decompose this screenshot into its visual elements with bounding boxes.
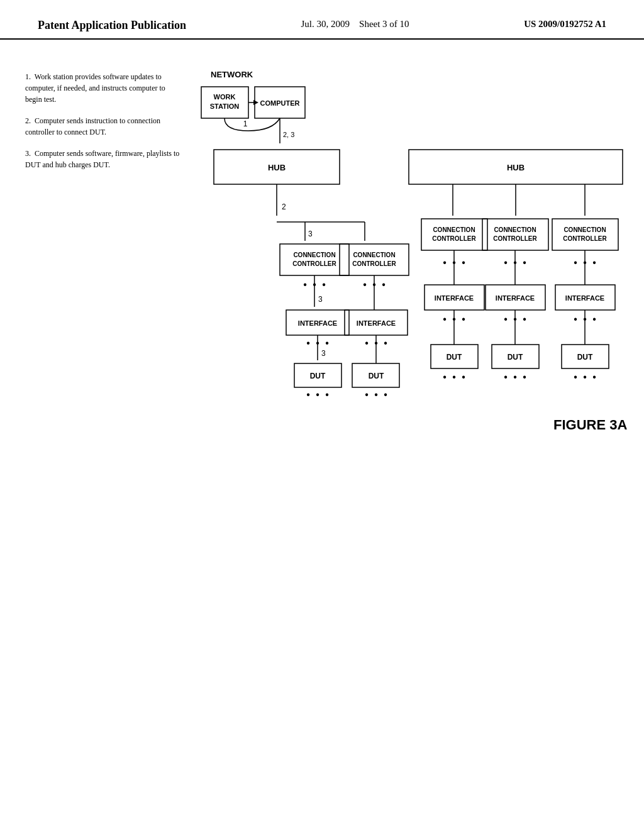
svg-text:•: • (316, 389, 319, 400)
svg-text:•: • (325, 338, 329, 348)
note-3: 3. Computer sends software, firmware, pl… (25, 148, 182, 170)
svg-text:INTERFACE: INTERFACE (565, 294, 604, 302)
svg-text:•: • (443, 314, 447, 324)
svg-text:DUT: DUT (508, 353, 523, 362)
note-2: 2. Computer sends instruction to connect… (25, 115, 182, 138)
svg-text:CONTROLLER: CONTROLLER (292, 260, 336, 267)
svg-text:3: 3 (321, 349, 326, 358)
svg-text:CONNECTION: CONNECTION (494, 226, 536, 233)
svg-text:•: • (365, 338, 369, 348)
svg-text:INTERFACE: INTERFACE (435, 294, 474, 302)
svg-rect-61 (421, 219, 487, 250)
svg-text:INTERFACE: INTERFACE (357, 319, 396, 327)
svg-text:CONNECTION: CONNECTION (353, 252, 395, 258)
svg-text:CONTROLLER: CONTROLLER (352, 260, 396, 267)
svg-text:HUB: HUB (507, 163, 525, 172)
svg-rect-38 (340, 244, 409, 275)
svg-text:CONNECTION: CONNECTION (433, 226, 475, 233)
svg-text:3: 3 (318, 295, 323, 304)
notes-panel: 1. Work station provides software update… (19, 58, 182, 784)
svg-text:CONNECTION: CONNECTION (293, 252, 335, 258)
svg-text:•: • (306, 338, 310, 348)
svg-text:•: • (462, 372, 465, 382)
svg-text:•: • (523, 372, 526, 382)
publication-date: Jul. 30, 2009 (301, 19, 350, 29)
svg-rect-64 (482, 219, 548, 250)
svg-text:•: • (574, 372, 577, 382)
svg-text:•: • (592, 314, 596, 324)
svg-text:•: • (592, 372, 596, 382)
svg-text:INTERFACE: INTERFACE (496, 294, 535, 302)
svg-text:•: • (504, 372, 508, 382)
svg-text:3: 3 (308, 230, 313, 238)
svg-text:•: • (462, 314, 465, 324)
main-content: 1. Work station provides software update… (0, 40, 644, 797)
svg-text:2: 2 (282, 202, 286, 211)
svg-rect-17 (280, 244, 349, 275)
svg-text:DUT: DUT (577, 353, 593, 362)
publication-title: Patent Application Publication (38, 19, 186, 32)
sheet-info: Sheet 3 of 10 (359, 19, 409, 29)
svg-text:•: • (382, 279, 386, 290)
svg-text:•: • (513, 372, 517, 382)
svg-text:•: • (574, 257, 577, 268)
svg-text:2, 3: 2, 3 (283, 131, 294, 138)
svg-text:•: • (443, 257, 447, 268)
figure-label: FIGURE 3A (553, 417, 627, 433)
svg-text:•: • (303, 279, 307, 290)
svg-text:•: • (592, 257, 596, 268)
svg-text:HUB: HUB (268, 163, 286, 172)
network-label: NETWORK (211, 70, 253, 79)
svg-text:•: • (365, 389, 369, 400)
svg-text:•: • (322, 279, 326, 290)
svg-text:•: • (504, 314, 508, 324)
svg-text:•: • (384, 338, 387, 348)
publication-date-sheet: Jul. 30, 2009 Sheet 3 of 10 (301, 19, 409, 30)
svg-text:•: • (462, 257, 465, 268)
svg-text:•: • (363, 279, 367, 290)
svg-text:WORK: WORK (214, 93, 236, 101)
note-1: 1. Work station provides software update… (25, 71, 182, 105)
svg-text:CONTROLLER: CONTROLLER (493, 235, 537, 242)
svg-text:•: • (384, 389, 387, 400)
svg-text:INTERFACE: INTERFACE (298, 319, 337, 327)
svg-text:DUT: DUT (447, 353, 462, 362)
svg-text:•: • (306, 389, 310, 400)
svg-text:DUT: DUT (310, 372, 326, 380)
svg-text:•: • (325, 389, 329, 400)
svg-text:•: • (504, 257, 508, 268)
svg-text:CONTROLLER: CONTROLLER (432, 235, 476, 242)
svg-marker-6 (253, 100, 258, 105)
svg-text:•: • (574, 314, 577, 324)
page-header: Patent Application Publication Jul. 30, … (0, 0, 644, 40)
svg-text:•: • (374, 389, 378, 400)
svg-text:COMPUTER: COMPUTER (260, 99, 300, 107)
publication-number: US 2009/0192752 A1 (524, 19, 606, 30)
svg-text:CONTROLLER: CONTROLLER (563, 235, 607, 242)
svg-text:1: 1 (243, 119, 248, 128)
svg-text:STATION: STATION (210, 102, 240, 110)
diagram-svg: NETWORK WORK STATION COMPUTER 1 2, 3 HUB (189, 58, 641, 782)
svg-text:•: • (583, 372, 587, 382)
svg-text:DUT: DUT (369, 372, 384, 380)
svg-text:•: • (452, 372, 456, 382)
diagram-area: NETWORK WORK STATION COMPUTER 1 2, 3 HUB (189, 58, 641, 784)
svg-text:CONNECTION: CONNECTION (564, 226, 606, 233)
svg-text:•: • (523, 314, 526, 324)
svg-rect-67 (552, 219, 618, 250)
svg-text:•: • (523, 257, 526, 268)
svg-text:•: • (443, 372, 447, 382)
